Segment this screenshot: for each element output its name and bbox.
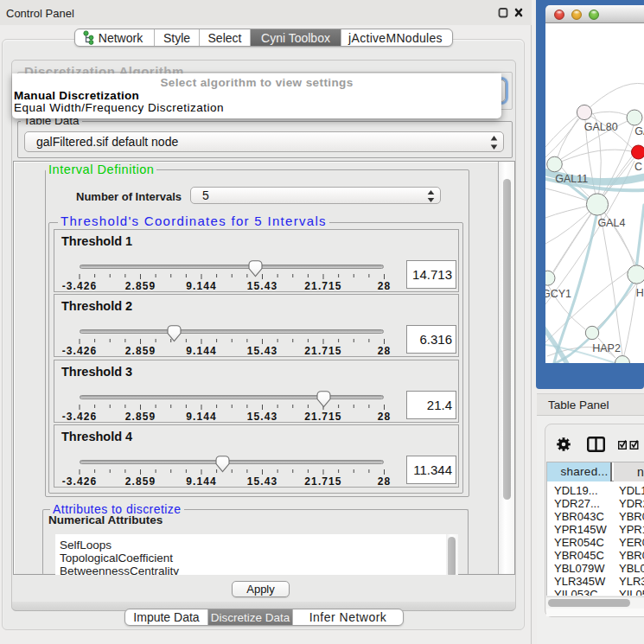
svg-text:GAL4: GAL4	[597, 217, 625, 229]
svg-text:C: C	[634, 161, 642, 173]
svg-text:GCY1: GCY1	[545, 288, 571, 300]
svg-text:GAL11: GAL11	[555, 173, 588, 185]
svg-text:GAL80: GAL80	[584, 121, 618, 133]
svg-text:HAP2: HAP2	[592, 342, 621, 354]
svg-text:GAL1: GAL1	[634, 125, 644, 137]
svg-text:HIS: HIS	[636, 287, 644, 299]
